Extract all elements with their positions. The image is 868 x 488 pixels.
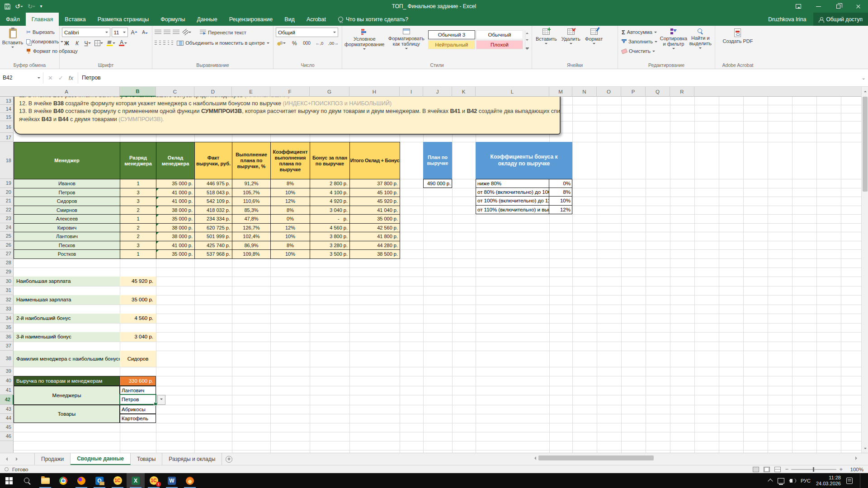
tab-review[interactable]: Рецензирование <box>223 13 279 26</box>
tab-home[interactable]: Главная <box>26 13 59 26</box>
scroll-up-icon[interactable] <box>862 87 868 94</box>
vertical-scrollbar[interactable] <box>861 87 868 453</box>
cell[interactable]: 12% <box>271 224 310 233</box>
cell[interactable]: 3 <box>120 197 156 206</box>
undo-icon[interactable]: ↺ <box>15 3 23 9</box>
cell[interactable]: 542 109 р. <box>195 197 232 206</box>
selected-cell-b42[interactable]: Петров <box>119 394 156 405</box>
network-icon[interactable] <box>778 478 784 483</box>
add-sheet-button[interactable]: + <box>222 453 236 465</box>
scroll-left-icon[interactable] <box>531 456 538 460</box>
horizontal-scrollbar[interactable] <box>531 455 860 461</box>
cell[interactable]: Смирнов <box>14 206 120 215</box>
cell[interactable]: 35 000 р. <box>156 215 195 224</box>
cell[interactable]: 620 725 р. <box>195 224 232 233</box>
column-header-L[interactable]: L <box>476 87 549 97</box>
row-header-45[interactable]: 45 <box>0 423 14 432</box>
decrease-decimal-button[interactable]: ,00→ <box>327 38 340 48</box>
taskbar-1c-icon[interactable]: 1С <box>108 473 127 488</box>
table-header-cell[interactable]: Коэффициент выполнения плана по выручке <box>271 142 310 179</box>
cell[interactable]: 3 <box>120 241 156 250</box>
increase-indent-icon[interactable] <box>171 41 173 46</box>
taskbar-word-icon[interactable]: W <box>163 473 181 488</box>
paste-button[interactable]: Вставить <box>2 28 23 50</box>
cell[interactable]: 10% <box>271 188 310 197</box>
style-bad[interactable]: Плохой <box>476 40 523 49</box>
row-header-14[interactable]: 14 <box>0 105 14 113</box>
column-header-K[interactable]: K <box>452 87 476 97</box>
action-center-icon[interactable] <box>846 478 853 484</box>
zoom-slider[interactable]: − + <box>785 466 843 473</box>
styles-gallery-arrows[interactable] <box>525 30 529 49</box>
align-left-icon[interactable] <box>155 41 157 46</box>
cell[interactable]: 35 000 р. <box>156 250 195 259</box>
ribbon-display-options-icon[interactable] <box>788 0 808 13</box>
row-header-33[interactable]: 33 <box>0 305 14 314</box>
column-header-J[interactable]: J <box>423 87 452 97</box>
cell[interactable]: 3 800 р. <box>310 232 350 241</box>
row-header-38[interactable]: 38 <box>0 351 14 367</box>
tab-formulas[interactable]: Формулы <box>155 13 191 26</box>
dropdown-arrow-button[interactable] <box>157 395 165 405</box>
cell[interactable]: 418 032 р. <box>195 206 232 215</box>
column-header-P[interactable]: P <box>621 87 646 97</box>
align-top-icon[interactable] <box>155 30 161 35</box>
product1-cell[interactable]: Абрикосы <box>120 405 156 414</box>
cell[interactable]: 1 <box>120 250 156 259</box>
cell[interactable]: ниже 80% <box>476 179 549 188</box>
comma-style-button[interactable]: 000 <box>302 38 312 48</box>
bonus3-value-cell[interactable]: 3 040 р. <box>120 332 156 342</box>
column-header-M[interactable]: M <box>549 87 572 97</box>
row-header-20[interactable]: 20 <box>0 188 14 197</box>
tab-acrobat[interactable]: Acrobat <box>301 13 332 26</box>
tab-data[interactable]: Данные <box>191 13 223 26</box>
restore-button[interactable] <box>828 0 848 13</box>
page-break-view-icon[interactable] <box>774 467 781 472</box>
cell[interactable]: 41 000 р. <box>156 241 195 250</box>
show-desktop-button[interactable] <box>860 473 862 488</box>
style-normal3[interactable]: Обычный 3 <box>428 30 475 39</box>
column-header-Q[interactable]: Q <box>646 87 670 97</box>
row-header-35[interactable]: 35 <box>0 323 14 332</box>
column-header-B[interactable]: B <box>120 87 156 97</box>
cell[interactable]: Песков <box>14 241 120 250</box>
cell[interactable]: 425 740 р. <box>195 241 232 250</box>
shrink-font-button[interactable]: А <box>140 28 150 37</box>
column-header-G[interactable]: G <box>310 87 349 97</box>
cell[interactable]: 12% <box>271 197 310 206</box>
customize-qat-icon[interactable]: ▾ <box>40 4 42 9</box>
sheet-tab[interactable]: Продажи <box>34 453 71 465</box>
row-header-41[interactable]: 41 <box>0 386 14 395</box>
taskbar-explorer-icon[interactable] <box>36 473 54 488</box>
cell[interactable]: 91,2% <box>232 179 271 188</box>
share-button[interactable]: Общий доступ <box>813 13 868 26</box>
scroll-down-icon[interactable] <box>862 445 868 453</box>
column-header-O[interactable]: O <box>597 87 621 97</box>
cell[interactable]: 86,9% <box>232 241 271 250</box>
table-header-cell[interactable]: Факт выручки, руб. <box>195 142 232 179</box>
row-header-30[interactable]: 30 <box>0 277 14 286</box>
align-bottom-icon[interactable] <box>173 30 179 35</box>
column-header-H[interactable]: H <box>349 87 400 97</box>
row-header-37[interactable]: 37 <box>0 342 14 351</box>
plan-header-cell[interactable]: План по выручке <box>423 142 452 179</box>
taskbar-search-button[interactable] <box>18 473 36 488</box>
speaker-icon[interactable] <box>790 479 793 483</box>
row-header-24[interactable]: 24 <box>0 223 14 232</box>
language-indicator[interactable]: РУС <box>801 478 811 483</box>
row-header-40[interactable]: 40 <box>0 376 14 386</box>
tab-view[interactable]: Вид <box>278 13 301 26</box>
cell[interactable]: Ростков <box>14 250 120 259</box>
row-header-46[interactable]: 46 <box>0 432 14 441</box>
cell[interactable]: 35 000 р. <box>350 215 400 224</box>
row-header-25[interactable]: 25 <box>0 232 14 241</box>
cell[interactable]: 4 100 р. <box>310 188 350 197</box>
column-header-D[interactable]: D <box>194 87 232 97</box>
column-header-N[interactable]: N <box>572 87 597 97</box>
style-neutral[interactable]: Нейтральный <box>428 40 475 49</box>
cell[interactable]: 518 043 р. <box>195 188 232 197</box>
macro-record-icon[interactable] <box>5 467 9 471</box>
bonus2-value-cell[interactable]: 4 560 р. <box>120 314 156 323</box>
cell[interactable]: 501 999 р. <box>195 232 232 241</box>
fill-button[interactable]: Заполнить <box>620 37 659 46</box>
